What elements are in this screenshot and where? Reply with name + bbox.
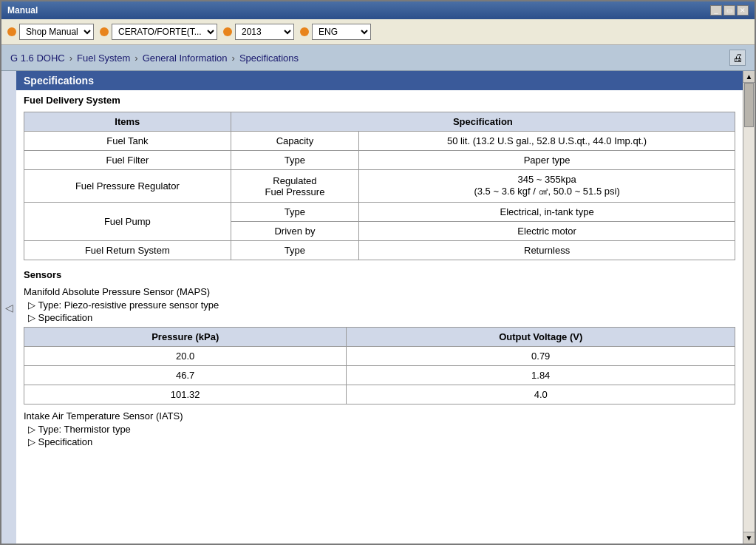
pressure-3: 101.32 xyxy=(24,385,347,404)
restore-button[interactable]: ▭ xyxy=(723,5,735,16)
spec-type-label-pump: Type xyxy=(231,203,358,222)
scroll-down-button[interactable]: ▼ xyxy=(743,532,755,544)
maps-detail-1: ▷ Type: Piezo-resistive pressure sensor … xyxy=(16,299,743,311)
col-pressure: Pressure (kPa) xyxy=(24,328,347,347)
model-dropdown[interactable]: CERATO/FORTE(T... xyxy=(112,24,217,40)
item-fuel-tank: Fuel Tank xyxy=(24,132,231,151)
scroll-up-button[interactable]: ▲ xyxy=(743,71,755,83)
table-row: 46.7 1.84 xyxy=(24,366,735,385)
spec-type-value-return: Returnless xyxy=(359,241,735,260)
main-window: Manual _ ▭ ✕ Shop Manual CERATO/FORTE(T.… xyxy=(0,0,756,545)
spec-regulated-value: 345 ~ 355kpa(3.5 ~ 3.6 kgf / ㎠, 50.0 ~ 5… xyxy=(359,170,735,203)
iats-detail-1: ▷ Type: Thermistor type xyxy=(16,423,743,436)
breadcrumb-sep-2: › xyxy=(134,53,137,64)
content-wrapper: ◁ Specifications Fuel Delivery System It… xyxy=(1,71,755,544)
scroll-track xyxy=(743,83,755,532)
item-fuel-return: Fuel Return System xyxy=(24,241,231,260)
table-row: Fuel Pump Type Electrical, in-tank type xyxy=(24,203,735,222)
breadcrumb: G 1.6 DOHC › Fuel System › General Infor… xyxy=(10,53,299,64)
spec-regulated-label: RegulatedFuel Pressure xyxy=(231,170,358,203)
table-row: 20.0 0.79 xyxy=(24,347,735,366)
maps-detail-2: ▷ Specification xyxy=(16,311,743,324)
dot-icon-1 xyxy=(7,27,16,36)
language-dropdown[interactable]: ENG xyxy=(312,24,371,40)
minimize-button[interactable]: _ xyxy=(710,5,722,16)
breadcrumb-item-1[interactable]: G 1.6 DOHC xyxy=(10,53,65,64)
voltage-1: 0.79 xyxy=(347,347,735,366)
toolbar-item-2: CERATO/FORTE(T... xyxy=(100,24,217,40)
main-content: Specifications Fuel Delivery System Item… xyxy=(16,71,743,544)
maps-table: Pressure (kPa) Output Voltage (V) 20.0 0… xyxy=(24,327,735,404)
window-title: Manual xyxy=(7,5,38,16)
fuel-delivery-title: Fuel Delivery System xyxy=(16,90,743,109)
dot-icon-2 xyxy=(100,27,109,36)
maps-name: Manifold Absolute Pressure Sensor (MAPS) xyxy=(16,283,743,299)
shop-manual-dropdown[interactable]: Shop Manual xyxy=(19,24,94,40)
pressure-1: 20.0 xyxy=(24,347,347,366)
breadcrumb-bar: G 1.6 DOHC › Fuel System › General Infor… xyxy=(1,45,755,71)
table-row: Fuel Filter Type Paper type xyxy=(24,151,735,170)
table-row: Fuel Tank Capacity 50 lit. (13.2 U.S gal… xyxy=(24,132,735,151)
table-row: 101.32 4.0 xyxy=(24,385,735,404)
item-fuel-pressure-reg: Fuel Pressure Regulator xyxy=(24,170,231,203)
page-title: Specifications xyxy=(16,71,743,90)
fuel-delivery-table: Items Specification Fuel Tank Capacity 5… xyxy=(24,112,735,260)
voltage-2: 1.84 xyxy=(347,366,735,385)
window-controls: _ ▭ ✕ xyxy=(710,5,749,16)
spec-driven-value: Electric motor xyxy=(359,222,735,241)
toolbar: Shop Manual CERATO/FORTE(T... 2013 ENG xyxy=(1,19,755,45)
col-header-spec: Specification xyxy=(231,112,735,132)
spec-type-value-filter: Paper type xyxy=(359,151,735,170)
spec-type-value-pump: Electrical, in-tank type xyxy=(359,203,735,222)
iats-detail-2: ▷ Specification xyxy=(16,436,743,448)
scroll-thumb[interactable] xyxy=(744,83,754,127)
scrollbar[interactable]: ▲ ▼ xyxy=(743,71,755,544)
close-button[interactable]: ✕ xyxy=(737,5,749,16)
breadcrumb-sep-1: › xyxy=(69,53,72,64)
title-bar: Manual _ ▭ ✕ xyxy=(1,1,755,19)
dot-icon-3 xyxy=(223,27,232,36)
spec-capacity-label: Capacity xyxy=(231,132,358,151)
breadcrumb-item-3[interactable]: General Information xyxy=(143,53,228,64)
toolbar-item-4: ENG xyxy=(300,24,371,40)
spec-type-label-filter: Type xyxy=(231,151,358,170)
iats-name: Intake Air Temperature Sensor (IATS) xyxy=(16,407,743,423)
year-dropdown[interactable]: 2013 xyxy=(235,24,294,40)
toolbar-item-3: 2013 xyxy=(223,24,294,40)
toolbar-item-1: Shop Manual xyxy=(7,24,94,40)
breadcrumb-item-4[interactable]: Specifications xyxy=(239,53,299,64)
spec-driven-label: Driven by xyxy=(231,222,358,241)
table-row: Fuel Return System Type Returnless xyxy=(24,241,735,260)
item-fuel-pump: Fuel Pump xyxy=(24,203,231,241)
breadcrumb-item-2[interactable]: Fuel System xyxy=(77,53,130,64)
sensors-title: Sensors xyxy=(16,263,743,283)
breadcrumb-sep-3: › xyxy=(232,53,235,64)
dot-icon-4 xyxy=(300,27,309,36)
pressure-2: 46.7 xyxy=(24,366,347,385)
col-voltage: Output Voltage (V) xyxy=(347,328,735,347)
item-fuel-filter: Fuel Filter xyxy=(24,151,231,170)
spec-type-label-return: Type xyxy=(231,241,358,260)
voltage-3: 4.0 xyxy=(347,385,735,404)
spec-capacity-value: 50 lit. (13.2 U.S gal., 52.8 U.S.qt., 44… xyxy=(359,132,735,151)
table-row: Fuel Pressure Regulator RegulatedFuel Pr… xyxy=(24,170,735,203)
sidebar-toggle[interactable]: ◁ xyxy=(1,71,16,544)
col-header-items: Items xyxy=(24,112,231,132)
print-button[interactable]: 🖨 xyxy=(729,50,746,66)
